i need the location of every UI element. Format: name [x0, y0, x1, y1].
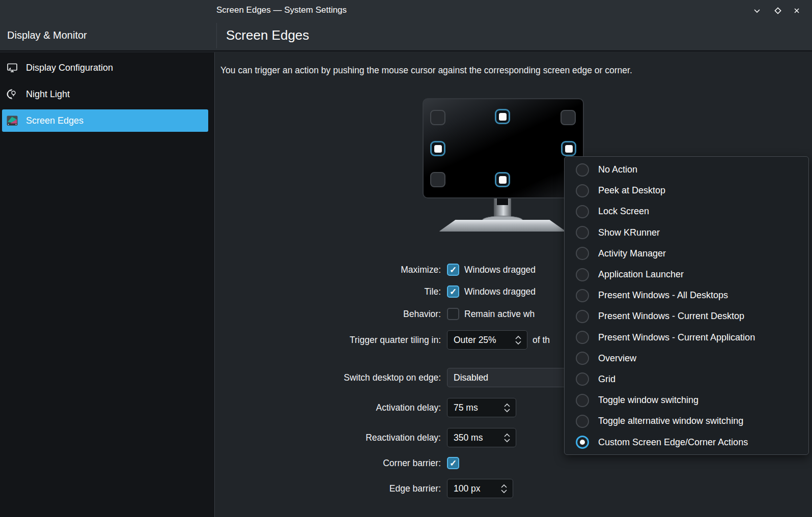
spin-up-icon: [503, 433, 511, 437]
header-divider: [216, 23, 217, 48]
field-label: Reactivation delay:: [215, 433, 447, 443]
menu-item-label: Show KRunner: [598, 227, 660, 238]
radio-button[interactable]: [576, 205, 589, 218]
sidebar-item-screen-edges[interactable]: Screen Edges: [2, 109, 208, 132]
spinbox-value: Outer 25%: [454, 335, 496, 346]
switch-desktop-combobox[interactable]: Disabled: [447, 368, 577, 387]
form-row-edge-barrier: Edge barrier: 100 px: [215, 479, 812, 498]
intro-text: You can trigger an action by pushing the…: [220, 65, 632, 76]
radio-button[interactable]: [576, 184, 589, 197]
radio-button[interactable]: [576, 352, 589, 365]
spinbox-value: 100 px: [454, 483, 481, 494]
checkbox-description: Windows dragged: [464, 265, 536, 275]
quarter-tiling-spinbox[interactable]: Outer 25%: [447, 330, 527, 350]
tile-checkbox[interactable]: [447, 285, 459, 298]
menu-item-label: Lock Screen: [598, 206, 649, 217]
menu-item-label: Activity Manager: [598, 248, 666, 259]
menu-item-no-action[interactable]: No Action: [565, 159, 808, 180]
radio-button[interactable]: [576, 247, 589, 260]
sidebar-item-label: Screen Edges: [26, 116, 83, 126]
edge-button-middle-right[interactable]: [561, 141, 576, 156]
combobox-value: Disabled: [454, 372, 488, 383]
sidebar-item-label: Display Configuration: [26, 63, 113, 73]
radio-button[interactable]: [576, 289, 589, 302]
radio-button[interactable]: [576, 310, 589, 323]
radio-button[interactable]: [576, 394, 589, 407]
sidebar-item-display-configuration[interactable]: Display Configuration: [2, 56, 208, 79]
field-label: Trigger quarter tiling in:: [215, 335, 447, 346]
edge-button-bottom-left[interactable]: [430, 172, 445, 187]
menu-item-peek-at-desktop[interactable]: Peek at Desktop: [565, 180, 808, 201]
display-icon: [6, 62, 18, 74]
spinbox-arrows[interactable]: [495, 433, 511, 443]
radio-button[interactable]: [576, 436, 589, 449]
menu-item-activity-manager[interactable]: Activity Manager: [565, 243, 808, 264]
radio-button[interactable]: [576, 268, 589, 281]
spin-up-icon: [500, 484, 508, 488]
system-settings-window: Screen Edges — System Settings Display &…: [0, 0, 812, 517]
spinbox-arrows[interactable]: [495, 403, 511, 413]
spin-down-icon: [500, 490, 508, 494]
sidebar: Display Configuration Night Light: [0, 52, 214, 517]
menu-item-show-krunner[interactable]: Show KRunner: [565, 222, 808, 243]
edge-button-bottom-center[interactable]: [495, 172, 510, 187]
menu-item-grid[interactable]: Grid: [565, 369, 808, 390]
reactivation-delay-spinbox[interactable]: 350 ms: [447, 428, 516, 447]
minimize-button[interactable]: [750, 4, 764, 17]
activation-delay-spinbox[interactable]: 75 ms: [447, 398, 516, 417]
menu-item-label: Present Windows - All Desktops: [598, 290, 728, 301]
spinbox-arrows[interactable]: [492, 484, 508, 494]
menu-item-label: Toggle window switching: [598, 395, 698, 406]
sidebar-item-night-light[interactable]: Night Light: [2, 83, 208, 105]
edge-button-top-right[interactable]: [561, 110, 576, 125]
window-title: Screen Edges — System Settings: [216, 0, 347, 20]
menu-item-label: Grid: [598, 374, 615, 385]
menu-item-lock-screen[interactable]: Lock Screen: [565, 201, 808, 222]
field-label: Corner barrier:: [215, 458, 447, 469]
menu-item-label: Peek at Desktop: [598, 185, 665, 196]
close-button[interactable]: [790, 4, 803, 17]
sidebar-list: Display Configuration Night Light: [0, 56, 214, 136]
radio-button[interactable]: [576, 372, 589, 386]
edge-button-top-center[interactable]: [495, 109, 510, 124]
menu-item-present-windows-current-application[interactable]: Present Windows - Current Application: [565, 327, 808, 348]
menu-item-label: Present Windows - Current Desktop: [598, 311, 744, 322]
behavior-checkbox[interactable]: [447, 308, 459, 320]
radio-button[interactable]: [576, 331, 589, 344]
spinbox-arrows[interactable]: [507, 335, 522, 345]
spinbox-value: 350 ms: [454, 433, 483, 443]
edge-button-middle-left[interactable]: [430, 141, 445, 156]
field-label: Switch desktop on edge:: [215, 372, 447, 383]
sidebar-item-label: Night Light: [26, 89, 70, 100]
menu-item-present-windows-current-desktop[interactable]: Present Windows - Current Desktop: [565, 306, 808, 327]
close-icon: [792, 6, 801, 15]
night-light-icon: [6, 88, 18, 100]
edge-action-menu: No Action Peek at Desktop Lock Screen Sh…: [564, 156, 809, 455]
maximize-button[interactable]: [771, 4, 785, 17]
screen-edges-icon: [6, 114, 18, 127]
edge-button-top-left[interactable]: [430, 110, 445, 125]
radio-button[interactable]: [576, 163, 589, 177]
field-label: Tile:: [215, 286, 447, 297]
radio-button[interactable]: [576, 226, 589, 239]
header-row: Display & Monitor Screen Edges: [0, 20, 812, 50]
page-title: Screen Edges: [226, 20, 309, 50]
spin-up-icon: [503, 403, 511, 407]
maximize-checkbox[interactable]: [447, 264, 459, 276]
form-row-corner-barrier: Corner barrier:: [215, 453, 812, 473]
monitor-stand-base: [439, 220, 566, 232]
menu-item-toggle-alternative-window-switching[interactable]: Toggle alternative window switching: [565, 411, 808, 432]
edge-barrier-spinbox[interactable]: 100 px: [447, 479, 513, 498]
radio-button[interactable]: [576, 415, 589, 428]
menu-item-application-launcher[interactable]: Application Launcher: [565, 264, 808, 285]
field-label: Maximize:: [215, 265, 447, 275]
menu-item-overview[interactable]: Overview: [565, 348, 808, 369]
menu-item-custom-screen-edge-corner-actions[interactable]: Custom Screen Edge/Corner Actions: [565, 432, 808, 452]
titlebar[interactable]: Screen Edges — System Settings: [0, 0, 812, 20]
spin-down-icon: [503, 409, 511, 413]
spin-up-icon: [515, 335, 522, 339]
menu-item-present-windows-all-desktops[interactable]: Present Windows - All Desktops: [565, 285, 808, 306]
menu-item-label: Custom Screen Edge/Corner Actions: [598, 437, 748, 448]
menu-item-toggle-window-switching[interactable]: Toggle window switching: [565, 390, 808, 411]
corner-barrier-checkbox[interactable]: [447, 457, 459, 469]
